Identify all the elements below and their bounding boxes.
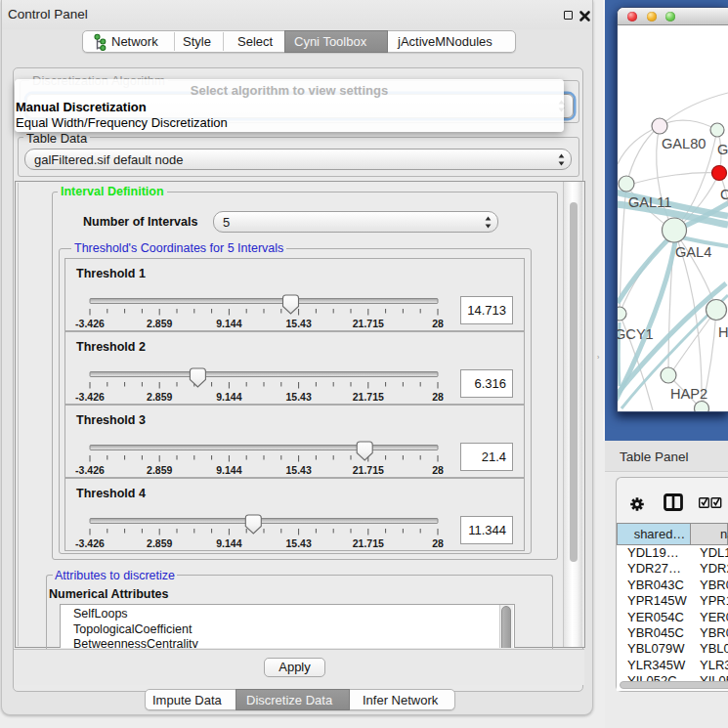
svg-text:GAL80: GAL80 bbox=[662, 136, 706, 151]
svg-text:HAP2: HAP2 bbox=[670, 386, 707, 402]
svg-text:GAL11: GAL11 bbox=[628, 194, 671, 210]
svg-text:HA: HA bbox=[718, 324, 728, 340]
svg-text:GA: GA bbox=[717, 142, 728, 157]
svg-text:CY: CY bbox=[720, 187, 728, 202]
svg-text:GAL4: GAL4 bbox=[675, 244, 711, 260]
svg-text:GCY1: GCY1 bbox=[618, 326, 654, 342]
